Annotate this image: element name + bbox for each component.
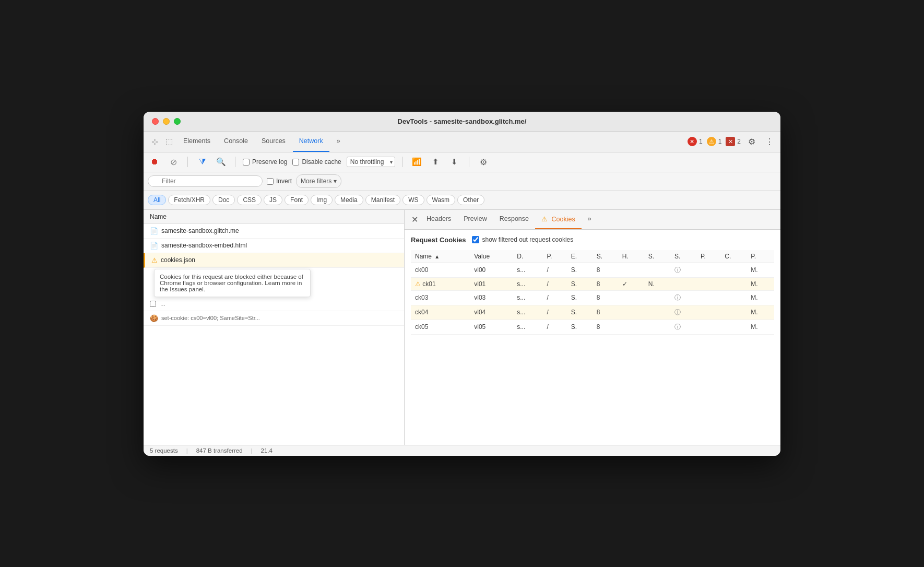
type-font[interactable]: Font (285, 195, 309, 205)
tab-more-detail[interactable]: » (582, 210, 598, 230)
tab-headers[interactable]: Headers (420, 210, 457, 230)
file-item-4[interactable]: ... (144, 297, 404, 311)
close-button[interactable] (152, 118, 159, 125)
invert-checkbox[interactable] (267, 178, 274, 185)
col-p2[interactable]: P. (696, 250, 720, 263)
ck00-value: vl00 (470, 263, 513, 277)
detail-tabs: ✕ Headers Preview Response ⚠ Cookies » (405, 210, 780, 230)
file-list: Name 📄 samesite-sandbox.glitch.me 📄 same… (144, 210, 405, 445)
file-item-1[interactable]: 📄 samesite-sandbox.glitch.me (144, 224, 404, 239)
download-icon[interactable]: ⬇ (448, 155, 461, 169)
col-c[interactable]: C. (720, 250, 747, 263)
type-doc[interactable]: Doc (212, 195, 235, 205)
wifi-icon[interactable]: 📶 (410, 155, 424, 169)
file-item-4-checkbox[interactable] (150, 301, 156, 307)
col-h[interactable]: H. (618, 250, 644, 263)
inspect-icon[interactable]: ⊹ (148, 135, 161, 148)
ck05-name: ck05 (411, 320, 470, 334)
type-all[interactable]: All (148, 195, 166, 205)
record-stop-icon[interactable]: ⏺ (148, 155, 161, 169)
throttle-wrapper[interactable]: No throttling (347, 157, 395, 167)
upload-icon[interactable]: ⬆ (429, 155, 443, 169)
cookie-row-ck05[interactable]: ck05 vl05 s... / S. 8 ⓘ M. (411, 320, 774, 334)
tab-console[interactable]: Console (218, 131, 254, 152)
warning-icon-3: ⚠ (151, 256, 158, 264)
ck01-c (720, 277, 747, 290)
close-detail-btn[interactable]: ✕ (409, 214, 420, 225)
disable-cache-label[interactable]: Disable cache (292, 158, 341, 166)
cookie-row-ck03[interactable]: ck03 vl03 s... / S. 8 ⓘ M. (411, 290, 774, 305)
file-item-2[interactable]: 📄 samesite-sandbox-embed.html (144, 239, 404, 253)
cookie-row-ck04[interactable]: ck04 vl04 s... / S. 8 ⓘ M. (411, 305, 774, 320)
tab-more[interactable]: » (330, 131, 347, 152)
cookie-row-ck00[interactable]: ck00 vl00 s... / S. 8 ⓘ M. (411, 263, 774, 277)
ck04-p2 (696, 305, 720, 320)
cookie-row-ck01[interactable]: ⚠ ck01 vl01 s... / S. 8 ✓ N. M. (411, 277, 774, 290)
col-p3[interactable]: P. (747, 250, 774, 263)
col-e[interactable]: E. (567, 250, 593, 263)
invert-label[interactable]: Invert (267, 178, 292, 185)
type-manifest[interactable]: Manifest (365, 195, 400, 205)
type-css[interactable]: CSS (237, 195, 262, 205)
file-item-3[interactable]: ⚠ cookies.json (144, 253, 404, 268)
type-fetch-xhr[interactable]: Fetch/XHR (168, 195, 210, 205)
ck03-p2 (696, 290, 720, 305)
type-other[interactable]: Other (457, 195, 484, 205)
tab-elements[interactable]: Elements (177, 131, 217, 152)
clear-icon[interactable]: ⊘ (167, 155, 180, 169)
type-wasm[interactable]: Wasm (427, 195, 456, 205)
type-media[interactable]: Media (335, 195, 363, 205)
maximize-button[interactable] (174, 118, 181, 125)
info-icon-ck04: ⓘ (674, 309, 681, 316)
type-img[interactable]: Img (311, 195, 333, 205)
ck00-p: / (543, 263, 567, 277)
ck05-d: s... (513, 320, 542, 334)
tab-sources[interactable]: Sources (255, 131, 292, 152)
ck03-s: 8 (593, 290, 618, 305)
col-s[interactable]: S. (593, 250, 618, 263)
ck05-c (720, 320, 747, 334)
type-js[interactable]: JS (264, 195, 282, 205)
search-icon[interactable]: 🔍 (214, 155, 228, 169)
main-content: Name 📄 samesite-sandbox.glitch.me 📄 same… (144, 210, 780, 445)
ck00-s2 (644, 263, 670, 277)
file-name-1: samesite-sandbox.glitch.me (161, 227, 239, 234)
minimize-button[interactable] (163, 118, 170, 125)
ck04-h (618, 305, 644, 320)
filter-icon[interactable]: ⧩ (195, 155, 209, 169)
settings-icon[interactable]: ⚙ (745, 135, 759, 148)
col-s3[interactable]: S. (670, 250, 696, 263)
ck05-p2 (696, 320, 720, 334)
col-d[interactable]: D. (513, 250, 542, 263)
file-list-header: Name (144, 210, 404, 224)
filter-input[interactable] (148, 175, 263, 187)
show-filtered-label[interactable]: show filtered out request cookies (472, 236, 573, 243)
more-filters-btn[interactable]: More filters ▾ (296, 174, 341, 188)
file-item-5[interactable]: 🍪 set-cookie: cs00=vl00; SameSite=Str... (144, 311, 404, 326)
tab-preview[interactable]: Preview (457, 210, 493, 230)
main-toolbar: ⊹ ⬚ Elements Console Sources Network » ✕… (144, 132, 780, 152)
tab-network[interactable]: Network (293, 131, 329, 152)
col-value[interactable]: Value (470, 250, 513, 263)
tab-cookies[interactable]: ⚠ Cookies (535, 210, 582, 230)
device-icon[interactable]: ⬚ (162, 135, 176, 148)
preserve-log-checkbox[interactable] (243, 159, 250, 166)
show-filtered-checkbox[interactable] (472, 236, 479, 243)
filter-row: ▽ Invert More filters ▾ (144, 172, 780, 191)
ck00-s3: ⓘ (670, 263, 696, 277)
status-sep-1: | (186, 447, 188, 454)
separator-4 (469, 157, 469, 167)
preserve-log-label[interactable]: Preserve log (243, 158, 287, 166)
status-transferred: 847 B transferred (196, 447, 243, 454)
network-settings-icon[interactable]: ⚙ (477, 155, 490, 169)
more-options-icon[interactable]: ⋮ (763, 135, 776, 148)
type-ws[interactable]: WS (402, 195, 424, 205)
throttle-select[interactable]: No throttling (347, 157, 395, 167)
ck05-h (618, 320, 644, 334)
col-s2[interactable]: S. (644, 250, 670, 263)
separator-2 (235, 157, 235, 167)
disable-cache-checkbox[interactable] (292, 159, 299, 166)
col-p[interactable]: P. (543, 250, 567, 263)
col-name[interactable]: Name ▲ (411, 250, 470, 263)
tab-response[interactable]: Response (493, 210, 535, 230)
